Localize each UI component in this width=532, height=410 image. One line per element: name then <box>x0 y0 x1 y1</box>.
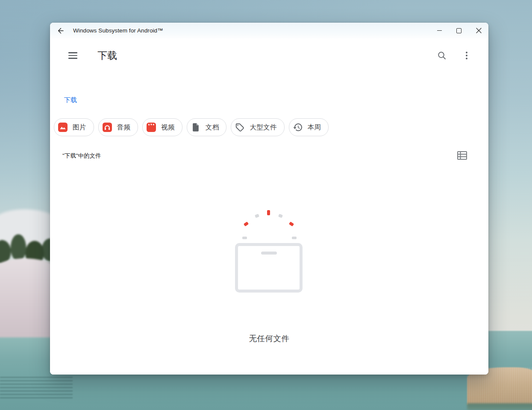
history-icon <box>293 122 303 132</box>
window-titlebar[interactable]: Windows Subsystem for Android™ <box>50 23 488 38</box>
window-controls <box>429 23 488 38</box>
files-app-content: 下载 下载 图片 <box>50 38 488 375</box>
section-label: "下载"中的文件 <box>62 152 101 160</box>
chip-label: 文档 <box>206 123 219 132</box>
empty-state-text: 无任何文件 <box>50 333 488 344</box>
back-button[interactable] <box>53 24 68 37</box>
empty-box-handle <box>261 252 277 255</box>
back-arrow-icon <box>57 27 65 35</box>
search-icon <box>437 50 447 61</box>
list-view-icon <box>457 151 467 160</box>
wallpaper-grass-reflection <box>467 403 532 410</box>
confetti-mark <box>242 237 247 239</box>
empty-box-icon <box>235 243 303 293</box>
confetti-mark <box>289 222 294 226</box>
minimize-icon <box>437 30 442 31</box>
chip-label: 音频 <box>117 123 131 132</box>
minimize-button[interactable] <box>429 23 449 38</box>
chip-this-week[interactable]: 本周 <box>289 118 329 136</box>
wsa-window: Windows Subsystem for Android™ 下载 <box>50 23 488 375</box>
page-title: 下载 <box>97 49 117 62</box>
confetti-mark <box>278 214 283 218</box>
more-options-button[interactable] <box>460 49 473 62</box>
chip-label: 视频 <box>161 123 175 132</box>
breadcrumb[interactable]: 下载 <box>64 96 77 104</box>
filter-chip-row: 图片 音频 视频 <box>54 118 329 136</box>
chip-videos[interactable]: 视频 <box>142 118 182 136</box>
window-title: Windows Subsystem for Android™ <box>73 27 163 34</box>
audio-icon <box>102 122 112 132</box>
confetti-mark <box>292 237 297 239</box>
menu-button[interactable] <box>66 49 79 62</box>
confetti-mark <box>255 214 259 218</box>
list-view-toggle-button[interactable] <box>455 149 469 162</box>
document-icon <box>191 122 201 132</box>
empty-state-illustration <box>235 208 303 298</box>
chip-large-files[interactable]: 大型文件 <box>231 118 284 136</box>
maximize-button[interactable] <box>449 23 469 38</box>
confetti-mark <box>267 210 270 215</box>
chip-audio[interactable]: 音频 <box>98 118 138 136</box>
video-icon <box>146 122 156 132</box>
chip-images[interactable]: 图片 <box>54 118 94 136</box>
wallpaper-reflection <box>0 377 73 400</box>
chip-label: 大型文件 <box>250 123 276 132</box>
image-icon <box>58 122 68 132</box>
chip-label: 本周 <box>308 123 321 132</box>
maximize-icon <box>456 28 461 33</box>
kebab-menu-icon <box>466 52 467 60</box>
chip-documents[interactable]: 文档 <box>187 118 227 136</box>
chip-label: 图片 <box>73 123 86 132</box>
close-icon <box>476 28 482 33</box>
search-button[interactable] <box>435 49 449 62</box>
close-button[interactable] <box>469 23 488 38</box>
confetti-mark <box>244 222 249 226</box>
tag-icon <box>235 122 245 132</box>
hamburger-icon <box>68 52 77 59</box>
